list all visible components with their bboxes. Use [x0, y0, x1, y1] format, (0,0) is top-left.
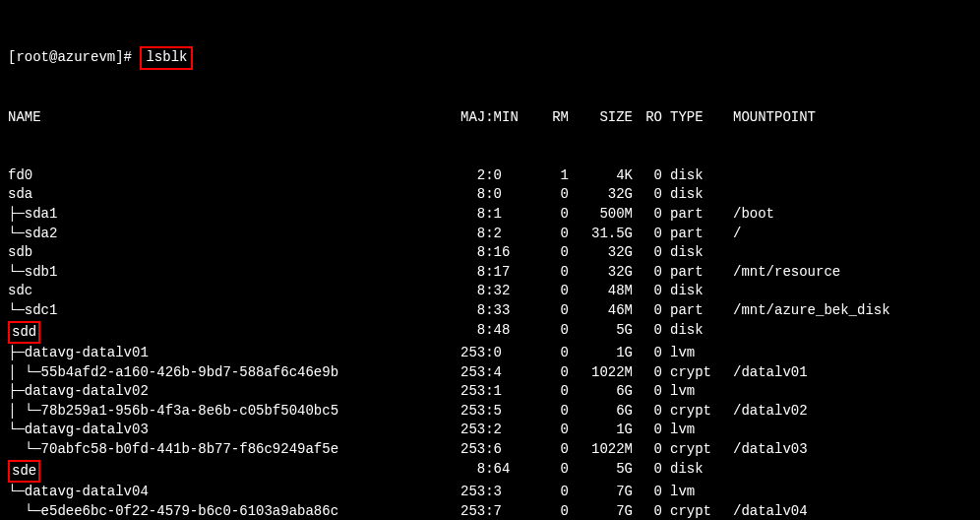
ro-cell: 0 — [633, 440, 662, 460]
header-ro: RO — [633, 108, 662, 128]
majmin-cell: 8:16 — [460, 243, 539, 263]
rm-cell: 0 — [539, 460, 569, 484]
command-highlighted: lsblk — [140, 46, 193, 70]
size-cell: 7G — [569, 502, 633, 520]
rm-cell: 0 — [539, 205, 569, 225]
majmin-cell: 8:1 — [460, 205, 539, 225]
mountpoint-cell — [721, 185, 967, 205]
ro-cell: 0 — [633, 344, 662, 363]
device-name-cell: sde — [8, 460, 460, 484]
ro-cell: 0 — [633, 363, 662, 383]
device-name-cell: └─sda2 — [8, 225, 460, 244]
type-cell: lvm — [662, 421, 721, 440]
device-name-cell: └─datavg-datalv03 — [8, 421, 460, 440]
lsblk-rows: fd0 2:014K0disksda 8:0032G0disk├─sda1 8:… — [8, 166, 972, 520]
device-name-cell: fd0 — [8, 166, 460, 186]
majmin-cell: 253:5 — [460, 402, 539, 422]
ro-cell: 0 — [633, 382, 662, 402]
device-name-cell: └─datavg-datalv04 — [8, 483, 460, 502]
type-cell: disk — [662, 460, 721, 484]
rm-cell: 0 — [539, 243, 569, 263]
rm-cell: 0 — [539, 440, 569, 460]
rm-cell: 0 — [539, 185, 569, 205]
majmin-cell: 253:7 — [460, 502, 539, 520]
ro-cell: 0 — [633, 460, 662, 484]
type-cell: disk — [662, 321, 721, 345]
ro-cell: 0 — [633, 166, 662, 186]
device-name-cell: └─70abfc58-b0fd-441b-8b77-f86c9249af5e — [8, 440, 460, 460]
header-size: SIZE — [569, 108, 633, 128]
lsblk-row: └─sdb1 8:17032G0part/mnt/resource — [8, 263, 972, 283]
type-cell: crypt — [662, 363, 721, 383]
majmin-cell: 253:2 — [460, 421, 539, 440]
device-name-cell: └─sdc1 — [8, 301, 460, 321]
mountpoint-cell: /datalv01 — [721, 363, 967, 383]
mountpoint-cell: /datalv03 — [721, 440, 967, 460]
type-cell: part — [662, 205, 721, 225]
ro-cell: 0 — [633, 205, 662, 225]
majmin-cell: 8:33 — [460, 301, 539, 321]
lsblk-row: └─70abfc58-b0fd-441b-8b77-f86c9249af5e25… — [8, 440, 972, 460]
device-name-highlighted: sde — [8, 460, 40, 484]
rm-cell: 1 — [539, 166, 569, 186]
mountpoint-cell: /datalv04 — [721, 502, 967, 520]
type-cell: part — [662, 263, 721, 283]
size-cell: 1G — [569, 344, 633, 363]
type-cell: disk — [662, 282, 721, 301]
rm-cell: 0 — [539, 421, 569, 440]
lsblk-row: sdd 8:4805G0disk — [8, 321, 972, 345]
majmin-cell: 253:6 — [460, 440, 539, 460]
mountpoint-cell: /datalv02 — [721, 402, 967, 422]
header-type: TYPE — [662, 108, 721, 128]
type-cell: lvm — [662, 382, 721, 402]
mountpoint-cell — [721, 382, 967, 402]
mountpoint-cell — [721, 166, 967, 186]
size-cell: 6G — [569, 402, 633, 422]
size-cell: 5G — [569, 321, 633, 345]
type-cell: disk — [662, 243, 721, 263]
device-name-cell: └─e5dee6bc-0f22-4579-b6c0-6103a9aba86c — [8, 502, 460, 520]
rm-cell: 0 — [539, 301, 569, 321]
device-name-cell: └─sdb1 — [8, 263, 460, 283]
size-cell: 7G — [569, 483, 633, 502]
size-cell: 4K — [569, 166, 633, 186]
rm-cell: 0 — [539, 321, 569, 345]
mountpoint-cell — [721, 483, 967, 502]
size-cell: 1022M — [569, 440, 633, 460]
rm-cell: 0 — [539, 483, 569, 502]
header-rm: RM — [539, 108, 569, 128]
lsblk-header-row: NAME MAJ:MIN RM SIZE RO TYPE MOUNTPOINT — [8, 108, 972, 128]
header-majmin: MAJ:MIN — [460, 108, 539, 128]
majmin-cell: 8:0 — [460, 185, 539, 205]
shell-prompt: [root@azurevm]# — [8, 48, 140, 68]
majmin-cell: 8:2 — [460, 225, 539, 244]
size-cell: 31.5G — [569, 225, 633, 244]
majmin-cell: 8:32 — [460, 282, 539, 301]
header-name: NAME — [8, 108, 460, 128]
lsblk-row: fd0 2:014K0disk — [8, 166, 972, 186]
rm-cell: 0 — [539, 282, 569, 301]
size-cell: 32G — [569, 185, 633, 205]
device-name-cell: ├─sda1 — [8, 205, 460, 225]
ro-cell: 0 — [633, 483, 662, 502]
rm-cell: 0 — [539, 263, 569, 283]
majmin-cell: 253:1 — [460, 382, 539, 402]
ro-cell: 0 — [633, 225, 662, 244]
lsblk-row: sdb 8:16032G0disk — [8, 243, 972, 263]
size-cell: 6G — [569, 382, 633, 402]
ro-cell: 0 — [633, 243, 662, 263]
lsblk-row: └─e5dee6bc-0f22-4579-b6c0-6103a9aba86c25… — [8, 502, 972, 520]
mountpoint-cell — [721, 421, 967, 440]
lsblk-row: sde 8:6405G0disk — [8, 460, 972, 484]
ro-cell: 0 — [633, 321, 662, 345]
mountpoint-cell — [721, 321, 967, 345]
device-name-cell: sdd — [8, 321, 460, 345]
lsblk-row: ├─datavg-datalv01253:001G0lvm — [8, 344, 972, 363]
device-name-cell: ├─datavg-datalv01 — [8, 344, 460, 363]
mountpoint-cell: /mnt/azure_bek_disk — [721, 301, 967, 321]
device-name-cell: sdc — [8, 282, 460, 301]
type-cell: part — [662, 225, 721, 244]
size-cell: 1022M — [569, 363, 633, 383]
type-cell: disk — [662, 166, 721, 186]
device-name-cell: │ └─55b4afd2-a160-426b-9bd7-588af6c46e9b — [8, 363, 460, 383]
